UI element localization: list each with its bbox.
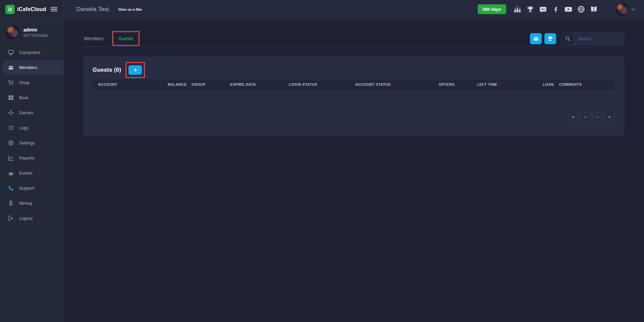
pagination-prev-button[interactable]: ‹: [580, 112, 590, 122]
members-icon: [8, 64, 14, 71]
pagination-last-button[interactable]: »: [604, 112, 614, 122]
topbar-right: 580 days: [478, 3, 644, 16]
search-icon: [561, 33, 574, 45]
members-view-button[interactable]: [530, 33, 542, 44]
search-input[interactable]: [574, 36, 624, 41]
guests-table: ACCOUNT BALANCE GROUP EXPIRE DATE LOGIN …: [93, 79, 615, 90]
column-header-login-status: LOGIN STATUS: [289, 79, 355, 90]
cart-icon: [8, 79, 14, 86]
sidebar-user-name: admin: [23, 27, 48, 33]
brand: i2 iCafeCloud: [0, 0, 64, 18]
trophy-view-button[interactable]: [544, 33, 556, 44]
sidebar-item-label: Members: [19, 65, 37, 70]
app-window: i2 iCafeCloud Daniela Test Give us a lik…: [0, 0, 644, 322]
column-header-loan: LOAN: [543, 79, 559, 90]
sidebar-item-members[interactable]: Members: [2, 60, 64, 75]
ranking-icon[interactable]: [513, 5, 522, 14]
facebook-icon[interactable]: [551, 5, 560, 14]
app-logo-text: iCafeCloud: [17, 6, 46, 12]
topbar: i2 iCafeCloud Daniela Test Give us a lik…: [0, 0, 644, 19]
pagination-first-button[interactable]: «: [568, 112, 578, 122]
sidebar-item-label: Boot: [19, 95, 28, 100]
column-header-offers: OFFERS: [439, 79, 477, 90]
globe-icon[interactable]: [577, 5, 586, 14]
tabs-toolbar: Members Guests: [79, 30, 629, 47]
sidebar-item-label: Computers: [19, 50, 41, 55]
gamepad-icon: [8, 110, 14, 116]
pagination-next-button[interactable]: ›: [592, 112, 602, 122]
sidebar: admin 097778704381 Computers Members: [0, 19, 64, 322]
card-title: Guests (0): [93, 67, 121, 73]
column-header-balance: BALANCE: [168, 79, 192, 90]
tab-members[interactable]: Members: [84, 36, 112, 41]
sidebar-item-settings[interactable]: Settings: [0, 135, 64, 150]
sidebar-nav: Computers Members Shop: [0, 45, 64, 226]
sidebar-item-logout[interactable]: Logout: [0, 211, 64, 226]
sidebar-item-games[interactable]: Games: [0, 105, 64, 120]
user-menu[interactable]: [616, 3, 635, 16]
add-guest-button[interactable]: +: [128, 65, 142, 75]
sidebar-item-label: Settings: [19, 140, 35, 145]
sidebar-item-support[interactable]: Support: [0, 181, 64, 196]
add-guest-wrap: +: [128, 65, 142, 75]
windows-icon: [8, 94, 14, 101]
sidebar-item-label: Reports: [19, 155, 35, 160]
sidebar-item-label: Games: [19, 110, 33, 115]
toolbar-right: [530, 33, 624, 45]
give-us-a-like-link[interactable]: Give us a like: [118, 7, 142, 11]
sidebar-item-boot[interactable]: Boot: [0, 90, 64, 105]
chevron-down-icon: [631, 8, 635, 11]
column-header-comments: COMMENTS: [559, 79, 615, 90]
user-avatar[interactable]: [616, 3, 629, 16]
sidebar-item-reports[interactable]: Reports: [0, 150, 64, 166]
column-header-account: ACCOUNT: [93, 79, 168, 90]
guide-book-icon[interactable]: [589, 5, 598, 14]
hamburger-menu-icon[interactable]: [51, 6, 57, 13]
sidebar-user-block: admin 097778704381: [0, 24, 64, 45]
sidebar-item-mining[interactable]: Mining: [0, 196, 64, 211]
column-header-account-status: ACCOUNT STATUS: [355, 79, 439, 90]
phone-icon: [8, 185, 14, 191]
logout-icon: [8, 215, 14, 221]
pagination: « ‹ › »: [93, 112, 615, 122]
topbar-icons: [513, 5, 598, 14]
tab-guests[interactable]: Guests: [118, 36, 133, 41]
trophy-icon[interactable]: [526, 5, 535, 14]
sidebar-item-label: Events: [19, 171, 33, 176]
chart-icon: [8, 155, 14, 161]
table-header-row: ACCOUNT BALANCE GROUP EXPIRE DATE LOGIN …: [93, 79, 615, 90]
list-icon: [8, 125, 14, 131]
app-logo-icon: i2: [5, 5, 15, 14]
sidebar-item-label: Mining: [19, 201, 32, 206]
crown-icon: [8, 170, 14, 176]
column-header-expire-date: EXPIRE DATE: [230, 79, 289, 90]
guests-card: Guests (0) + ACCOUNT BALANCE GROU: [83, 56, 625, 136]
days-remaining-button[interactable]: 580 days: [478, 4, 506, 14]
sidebar-item-events[interactable]: Events: [0, 166, 64, 181]
column-header-group: GROUP: [192, 79, 230, 90]
column-header-left-time: LEFT TIME: [477, 79, 543, 90]
sidebar-item-label: Logout: [19, 216, 33, 221]
youtube-icon[interactable]: [564, 5, 573, 14]
monitor-icon: [8, 49, 14, 56]
sidebar-item-logs[interactable]: Logs: [0, 120, 64, 135]
gear-icon: [8, 140, 14, 146]
sidebar-item-label: Support: [19, 186, 35, 191]
tab-guests-wrap: Guests: [112, 36, 139, 41]
page-title: Daniela Test: [76, 6, 109, 13]
sidebar-item-shop[interactable]: Shop: [0, 75, 64, 90]
table-empty-space: [93, 90, 615, 112]
main-content: Members Guests: [64, 19, 644, 322]
sidebar-item-label: Shop: [19, 80, 29, 85]
sidebar-item-label: Logs: [19, 125, 29, 130]
bitcoin-icon: [8, 200, 14, 206]
sidebar-user-phone: 097778704381: [23, 34, 48, 38]
sidebar-user-avatar: [6, 25, 19, 39]
discord-icon[interactable]: [538, 5, 547, 14]
sidebar-item-computers[interactable]: Computers: [0, 45, 64, 60]
search-box: [561, 33, 624, 45]
